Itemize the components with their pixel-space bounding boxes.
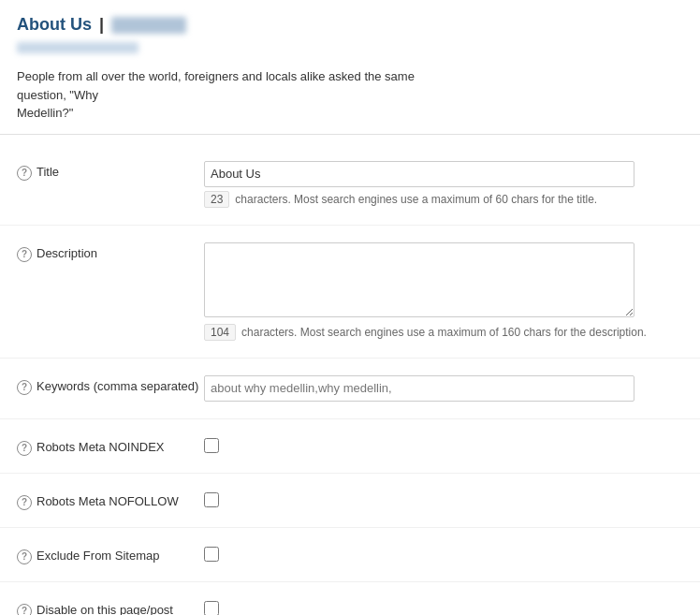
description-input-col: 104 characters. Most search engines use … bbox=[204, 242, 683, 341]
keywords-label-col: ? Keywords (comma separated) bbox=[17, 375, 204, 395]
description-label-col: ? Description bbox=[17, 242, 204, 262]
nofollow-checkbox[interactable] bbox=[204, 492, 219, 507]
nofollow-input-col bbox=[204, 491, 683, 510]
title-label-col: ? Title bbox=[17, 161, 204, 181]
noindex-label-col: ? Robots Meta NOINDEX bbox=[17, 436, 204, 456]
page-description: People from all over the world, foreigne… bbox=[17, 67, 466, 123]
description-char-count-row: 104 characters. Most search engines use … bbox=[204, 324, 683, 341]
title-input-col: 23 characters. Most search engines use a… bbox=[204, 161, 683, 208]
noindex-input-col bbox=[204, 436, 683, 456]
disable-page-row: ? Disable on this page/post bbox=[0, 582, 700, 616]
keywords-label: Keywords (comma separated) bbox=[36, 379, 198, 393]
exclude-sitemap-row: ? Exclude From Sitemap bbox=[0, 528, 700, 582]
keywords-input-col bbox=[204, 375, 683, 402]
noindex-label: Robots Meta NOINDEX bbox=[36, 440, 165, 454]
title-char-hint: characters. Most search engines use a ma… bbox=[235, 193, 597, 206]
disable-page-label: Disable on this page/post bbox=[36, 603, 173, 616]
nofollow-row: ? Robots Meta NOFOLLOW bbox=[0, 474, 700, 528]
title-char-count-row: 23 characters. Most search engines use a… bbox=[204, 191, 683, 208]
description-char-hint: characters. Most search engines use a ma… bbox=[241, 326, 647, 339]
title-row: About Us | bbox=[17, 15, 683, 35]
description-char-count: 104 bbox=[204, 324, 236, 341]
exclude-sitemap-input-col bbox=[204, 545, 683, 564]
disable-page-checkbox[interactable] bbox=[204, 601, 219, 616]
exclude-sitemap-label: Exclude From Sitemap bbox=[36, 549, 160, 563]
noindex-checkbox[interactable] bbox=[204, 438, 219, 453]
title-row: ? Title 23 characters. Most search engin… bbox=[0, 144, 700, 226]
keywords-row: ? Keywords (comma separated) bbox=[0, 359, 700, 419]
exclude-sitemap-label-col: ? Exclude From Sitemap bbox=[17, 545, 204, 564]
title-char-count: 23 bbox=[204, 191, 229, 208]
page-title: About Us bbox=[17, 15, 92, 35]
description-help-icon[interactable]: ? bbox=[17, 247, 32, 262]
nofollow-help-icon[interactable]: ? bbox=[17, 495, 32, 510]
page-header: About Us | People from all over the worl… bbox=[0, 0, 700, 135]
description-row: ? Description 104 characters. Most searc… bbox=[0, 226, 700, 359]
disable-page-label-col: ? Disable on this page/post bbox=[17, 599, 204, 616]
title-label: Title bbox=[36, 165, 59, 179]
exclude-sitemap-checkbox[interactable] bbox=[204, 547, 219, 562]
keywords-help-icon[interactable]: ? bbox=[17, 380, 32, 395]
seo-form: ? Title 23 characters. Most search engin… bbox=[0, 135, 700, 616]
disable-page-input-col bbox=[204, 599, 683, 616]
description-label: Description bbox=[36, 246, 97, 260]
disable-page-help-icon[interactable]: ? bbox=[17, 604, 32, 616]
noindex-help-icon[interactable]: ? bbox=[17, 441, 32, 456]
title-help-icon[interactable]: ? bbox=[17, 166, 32, 181]
title-separator: | bbox=[99, 15, 104, 35]
exclude-sitemap-help-icon[interactable]: ? bbox=[17, 549, 32, 564]
description-input[interactable] bbox=[204, 242, 634, 317]
nofollow-label-col: ? Robots Meta NOFOLLOW bbox=[17, 491, 204, 510]
blurred-breadcrumb bbox=[111, 17, 186, 34]
nofollow-label: Robots Meta NOFOLLOW bbox=[36, 494, 179, 508]
blurred-subtitle bbox=[17, 42, 139, 53]
keywords-input[interactable] bbox=[204, 375, 634, 402]
title-input[interactable] bbox=[204, 161, 634, 187]
noindex-row: ? Robots Meta NOINDEX bbox=[0, 419, 700, 474]
